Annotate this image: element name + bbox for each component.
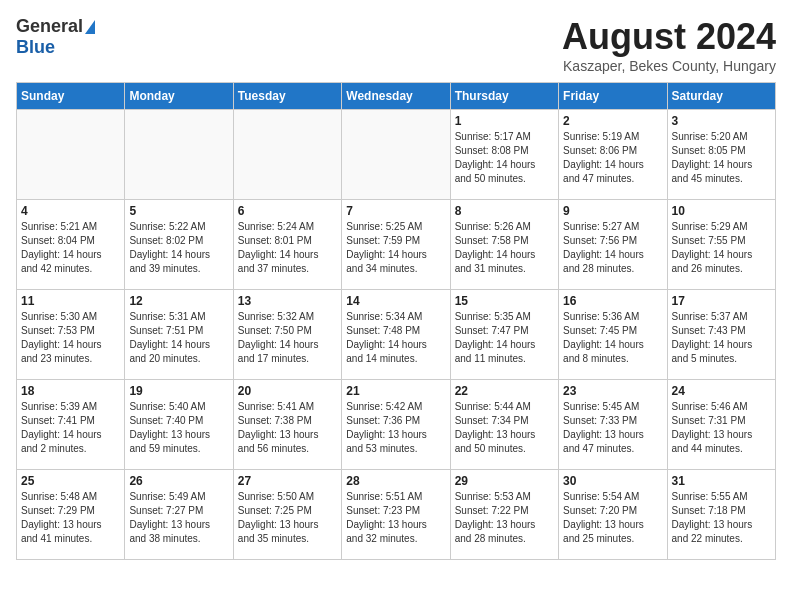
calendar-cell — [125, 110, 233, 200]
calendar-cell: 27Sunrise: 5:50 AMSunset: 7:25 PMDayligh… — [233, 470, 341, 560]
calendar-week-2: 4Sunrise: 5:21 AMSunset: 8:04 PMDaylight… — [17, 200, 776, 290]
calendar-cell: 10Sunrise: 5:29 AMSunset: 7:55 PMDayligh… — [667, 200, 775, 290]
calendar-cell — [233, 110, 341, 200]
calendar-cell — [17, 110, 125, 200]
day-info: Sunrise: 5:30 AMSunset: 7:53 PMDaylight:… — [21, 310, 120, 366]
day-info: Sunrise: 5:36 AMSunset: 7:45 PMDaylight:… — [563, 310, 662, 366]
day-info: Sunrise: 5:51 AMSunset: 7:23 PMDaylight:… — [346, 490, 445, 546]
calendar-cell: 31Sunrise: 5:55 AMSunset: 7:18 PMDayligh… — [667, 470, 775, 560]
day-info: Sunrise: 5:40 AMSunset: 7:40 PMDaylight:… — [129, 400, 228, 456]
calendar-cell: 16Sunrise: 5:36 AMSunset: 7:45 PMDayligh… — [559, 290, 667, 380]
day-number: 23 — [563, 384, 662, 398]
calendar-cell: 20Sunrise: 5:41 AMSunset: 7:38 PMDayligh… — [233, 380, 341, 470]
calendar-cell: 8Sunrise: 5:26 AMSunset: 7:58 PMDaylight… — [450, 200, 558, 290]
day-info: Sunrise: 5:46 AMSunset: 7:31 PMDaylight:… — [672, 400, 771, 456]
day-number: 30 — [563, 474, 662, 488]
calendar-cell: 15Sunrise: 5:35 AMSunset: 7:47 PMDayligh… — [450, 290, 558, 380]
calendar-week-5: 25Sunrise: 5:48 AMSunset: 7:29 PMDayligh… — [17, 470, 776, 560]
day-number: 21 — [346, 384, 445, 398]
page-header: General Blue August 2024 Kaszaper, Bekes… — [16, 16, 776, 74]
day-info: Sunrise: 5:17 AMSunset: 8:08 PMDaylight:… — [455, 130, 554, 186]
location: Kaszaper, Bekes County, Hungary — [562, 58, 776, 74]
column-header-thursday: Thursday — [450, 83, 558, 110]
day-info: Sunrise: 5:20 AMSunset: 8:05 PMDaylight:… — [672, 130, 771, 186]
calendar-cell: 6Sunrise: 5:24 AMSunset: 8:01 PMDaylight… — [233, 200, 341, 290]
day-info: Sunrise: 5:53 AMSunset: 7:22 PMDaylight:… — [455, 490, 554, 546]
calendar-cell: 14Sunrise: 5:34 AMSunset: 7:48 PMDayligh… — [342, 290, 450, 380]
calendar-week-3: 11Sunrise: 5:30 AMSunset: 7:53 PMDayligh… — [17, 290, 776, 380]
calendar-cell: 17Sunrise: 5:37 AMSunset: 7:43 PMDayligh… — [667, 290, 775, 380]
day-info: Sunrise: 5:19 AMSunset: 8:06 PMDaylight:… — [563, 130, 662, 186]
day-info: Sunrise: 5:50 AMSunset: 7:25 PMDaylight:… — [238, 490, 337, 546]
day-number: 27 — [238, 474, 337, 488]
column-header-saturday: Saturday — [667, 83, 775, 110]
calendar-cell: 28Sunrise: 5:51 AMSunset: 7:23 PMDayligh… — [342, 470, 450, 560]
day-info: Sunrise: 5:34 AMSunset: 7:48 PMDaylight:… — [346, 310, 445, 366]
day-number: 14 — [346, 294, 445, 308]
calendar-cell: 22Sunrise: 5:44 AMSunset: 7:34 PMDayligh… — [450, 380, 558, 470]
calendar-cell: 1Sunrise: 5:17 AMSunset: 8:08 PMDaylight… — [450, 110, 558, 200]
day-info: Sunrise: 5:31 AMSunset: 7:51 PMDaylight:… — [129, 310, 228, 366]
day-info: Sunrise: 5:24 AMSunset: 8:01 PMDaylight:… — [238, 220, 337, 276]
calendar-week-1: 1Sunrise: 5:17 AMSunset: 8:08 PMDaylight… — [17, 110, 776, 200]
day-number: 18 — [21, 384, 120, 398]
calendar-cell: 24Sunrise: 5:46 AMSunset: 7:31 PMDayligh… — [667, 380, 775, 470]
logo-general: General — [16, 16, 83, 37]
day-number: 5 — [129, 204, 228, 218]
day-number: 1 — [455, 114, 554, 128]
calendar-cell: 23Sunrise: 5:45 AMSunset: 7:33 PMDayligh… — [559, 380, 667, 470]
calendar-cell: 9Sunrise: 5:27 AMSunset: 7:56 PMDaylight… — [559, 200, 667, 290]
calendar-header-row: SundayMondayTuesdayWednesdayThursdayFrid… — [17, 83, 776, 110]
day-number: 25 — [21, 474, 120, 488]
day-info: Sunrise: 5:37 AMSunset: 7:43 PMDaylight:… — [672, 310, 771, 366]
day-number: 28 — [346, 474, 445, 488]
calendar-cell: 4Sunrise: 5:21 AMSunset: 8:04 PMDaylight… — [17, 200, 125, 290]
logo-blue: Blue — [16, 37, 55, 58]
calendar-cell: 19Sunrise: 5:40 AMSunset: 7:40 PMDayligh… — [125, 380, 233, 470]
day-number: 24 — [672, 384, 771, 398]
day-number: 22 — [455, 384, 554, 398]
day-info: Sunrise: 5:27 AMSunset: 7:56 PMDaylight:… — [563, 220, 662, 276]
day-number: 7 — [346, 204, 445, 218]
calendar-cell: 13Sunrise: 5:32 AMSunset: 7:50 PMDayligh… — [233, 290, 341, 380]
day-number: 3 — [672, 114, 771, 128]
column-header-sunday: Sunday — [17, 83, 125, 110]
day-number: 9 — [563, 204, 662, 218]
day-number: 17 — [672, 294, 771, 308]
day-info: Sunrise: 5:55 AMSunset: 7:18 PMDaylight:… — [672, 490, 771, 546]
day-number: 20 — [238, 384, 337, 398]
calendar-cell: 12Sunrise: 5:31 AMSunset: 7:51 PMDayligh… — [125, 290, 233, 380]
day-info: Sunrise: 5:41 AMSunset: 7:38 PMDaylight:… — [238, 400, 337, 456]
calendar-cell — [342, 110, 450, 200]
month-title: August 2024 — [562, 16, 776, 58]
day-number: 15 — [455, 294, 554, 308]
day-number: 13 — [238, 294, 337, 308]
day-info: Sunrise: 5:29 AMSunset: 7:55 PMDaylight:… — [672, 220, 771, 276]
day-info: Sunrise: 5:26 AMSunset: 7:58 PMDaylight:… — [455, 220, 554, 276]
calendar-cell: 2Sunrise: 5:19 AMSunset: 8:06 PMDaylight… — [559, 110, 667, 200]
calendar-table: SundayMondayTuesdayWednesdayThursdayFrid… — [16, 82, 776, 560]
day-number: 12 — [129, 294, 228, 308]
day-number: 8 — [455, 204, 554, 218]
day-number: 11 — [21, 294, 120, 308]
calendar-cell: 5Sunrise: 5:22 AMSunset: 8:02 PMDaylight… — [125, 200, 233, 290]
day-number: 4 — [21, 204, 120, 218]
day-number: 26 — [129, 474, 228, 488]
day-number: 10 — [672, 204, 771, 218]
calendar-cell: 7Sunrise: 5:25 AMSunset: 7:59 PMDaylight… — [342, 200, 450, 290]
column-header-monday: Monday — [125, 83, 233, 110]
column-header-friday: Friday — [559, 83, 667, 110]
calendar-cell: 29Sunrise: 5:53 AMSunset: 7:22 PMDayligh… — [450, 470, 558, 560]
day-number: 2 — [563, 114, 662, 128]
calendar-cell: 18Sunrise: 5:39 AMSunset: 7:41 PMDayligh… — [17, 380, 125, 470]
day-info: Sunrise: 5:22 AMSunset: 8:02 PMDaylight:… — [129, 220, 228, 276]
column-header-wednesday: Wednesday — [342, 83, 450, 110]
day-info: Sunrise: 5:32 AMSunset: 7:50 PMDaylight:… — [238, 310, 337, 366]
day-info: Sunrise: 5:42 AMSunset: 7:36 PMDaylight:… — [346, 400, 445, 456]
day-info: Sunrise: 5:39 AMSunset: 7:41 PMDaylight:… — [21, 400, 120, 456]
day-info: Sunrise: 5:49 AMSunset: 7:27 PMDaylight:… — [129, 490, 228, 546]
day-number: 31 — [672, 474, 771, 488]
day-info: Sunrise: 5:44 AMSunset: 7:34 PMDaylight:… — [455, 400, 554, 456]
calendar-cell: 3Sunrise: 5:20 AMSunset: 8:05 PMDaylight… — [667, 110, 775, 200]
title-area: August 2024 Kaszaper, Bekes County, Hung… — [562, 16, 776, 74]
